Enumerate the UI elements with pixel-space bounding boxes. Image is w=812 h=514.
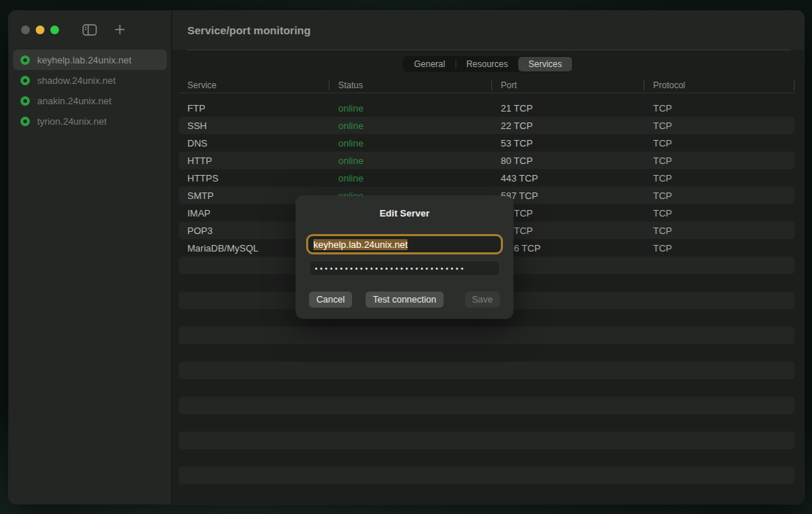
table-row[interactable]: DNSonline53 TCPTCP bbox=[179, 134, 795, 152]
cell-service: HTTP bbox=[179, 155, 329, 166]
sidebar-item-server[interactable]: anakin.24unix.net bbox=[13, 90, 167, 111]
cell-service: DNS bbox=[179, 138, 329, 149]
empty-row bbox=[179, 397, 795, 414]
cell-protocol: TCP bbox=[644, 138, 795, 149]
test-connection-button[interactable]: Test connection bbox=[366, 292, 444, 308]
server-name: anakin.24unix.net bbox=[37, 96, 112, 106]
cell-protocol: TCP bbox=[644, 103, 795, 114]
dialog-buttons: Cancel Test connection Save bbox=[309, 292, 500, 308]
dialog-title: Edit Server bbox=[296, 208, 513, 219]
empty-row bbox=[179, 362, 795, 379]
column-header-status: Status bbox=[329, 77, 492, 93]
table-row[interactable]: HTTPSonline443 TCPTCP bbox=[179, 169, 795, 187]
table-row[interactable]: SSHonline22 TCPTCP bbox=[179, 117, 795, 134]
cell-port: 443 TCP bbox=[492, 173, 644, 184]
table-row[interactable]: FTPonline21 TCPTCP bbox=[179, 99, 795, 117]
empty-row bbox=[179, 432, 795, 449]
table-header: ServiceStatusPortProtocol bbox=[179, 77, 795, 93]
cell-protocol: TCP bbox=[644, 173, 795, 184]
sidebar-item-server[interactable]: tyrion.24unix.net bbox=[13, 111, 167, 131]
cell-status: online bbox=[329, 155, 492, 166]
server-status-icon bbox=[20, 96, 30, 106]
empty-row bbox=[179, 344, 795, 362]
server-name: shadow.24unix.net bbox=[37, 75, 116, 86]
sidebar-item-server[interactable]: shadow.24unix.net bbox=[13, 70, 167, 90]
cell-protocol: TCP bbox=[644, 225, 795, 236]
sidebar: keyhelp.lab.24unix.netshadow.24unix.neta… bbox=[9, 11, 172, 504]
tab-resources[interactable]: Resources bbox=[456, 57, 518, 71]
tabs-row: GeneralResourcesServices bbox=[172, 50, 804, 77]
cell-protocol: TCP bbox=[644, 190, 795, 201]
cell-port: 22 TCP bbox=[492, 120, 644, 131]
empty-row bbox=[179, 414, 795, 432]
add-server-icon[interactable] bbox=[114, 24, 125, 35]
cell-port: 80 TCP bbox=[492, 155, 644, 166]
cell-protocol: TCP bbox=[644, 155, 795, 166]
server-list: keyhelp.lab.24unix.netshadow.24unix.neta… bbox=[9, 50, 171, 131]
cell-port: TCP bbox=[492, 225, 644, 236]
cell-protocol: TCP bbox=[644, 243, 795, 254]
tab-services[interactable]: Services bbox=[518, 57, 572, 71]
cell-protocol: TCP bbox=[644, 208, 795, 219]
page-title: Service/port monitoring bbox=[187, 24, 311, 36]
cell-status: online bbox=[329, 103, 492, 114]
tab-general[interactable]: General bbox=[404, 57, 456, 71]
edit-server-dialog: Edit Server keyhelp.lab.24unix.net •••••… bbox=[296, 196, 513, 319]
host-input[interactable]: keyhelp.lab.24unix.net bbox=[309, 237, 500, 252]
empty-row bbox=[179, 327, 795, 344]
server-name: tyrion.24unix.net bbox=[37, 116, 106, 127]
column-header-service: Service bbox=[179, 77, 329, 93]
cell-port: TCP bbox=[492, 208, 644, 219]
cell-port: 6 TCP bbox=[492, 243, 644, 254]
server-status-icon bbox=[20, 76, 30, 85]
cell-port: 587 TCP bbox=[492, 190, 644, 201]
minimize-button[interactable] bbox=[36, 26, 44, 34]
cell-port: 21 TCP bbox=[492, 103, 644, 114]
sidebar-topbar bbox=[9, 11, 171, 48]
host-input-selected-text: keyhelp.lab.24unix.net bbox=[313, 239, 407, 250]
titlebar: Service/port monitoring bbox=[172, 11, 804, 50]
save-button: Save bbox=[465, 292, 501, 308]
password-dots: •••••••••••••••••••••••••••••• bbox=[315, 265, 466, 273]
close-button[interactable] bbox=[21, 26, 30, 34]
cell-protocol: TCP bbox=[644, 120, 795, 131]
column-header-port: Port bbox=[492, 77, 644, 93]
password-input[interactable]: •••••••••••••••••••••••••••••• bbox=[309, 260, 500, 276]
empty-row bbox=[179, 467, 795, 484]
server-status-icon bbox=[20, 55, 30, 65]
cell-service: FTP bbox=[179, 103, 329, 114]
table-row[interactable]: HTTPonline80 TCPTCP bbox=[179, 152, 795, 169]
column-header-protocol: Protocol bbox=[644, 77, 795, 93]
cell-status: online bbox=[329, 120, 492, 131]
sidebar-item-server[interactable]: keyhelp.lab.24unix.net bbox=[13, 50, 167, 70]
cell-status: online bbox=[329, 173, 492, 184]
server-status-icon bbox=[20, 117, 30, 126]
cancel-button[interactable]: Cancel bbox=[309, 292, 352, 308]
cell-service: SSH bbox=[179, 120, 329, 131]
host-input-focus-ring: keyhelp.lab.24unix.net bbox=[306, 234, 503, 254]
cell-service: HTTPS bbox=[179, 173, 329, 184]
server-name: keyhelp.lab.24unix.net bbox=[37, 55, 131, 66]
cell-status: online bbox=[329, 138, 492, 149]
toggle-sidebar-icon[interactable] bbox=[82, 24, 97, 36]
zoom-button[interactable] bbox=[50, 26, 59, 34]
empty-row bbox=[179, 379, 795, 397]
empty-row bbox=[179, 449, 795, 467]
tab-segmented-control: GeneralResourcesServices bbox=[403, 56, 573, 72]
cell-port: 53 TCP bbox=[492, 138, 644, 149]
